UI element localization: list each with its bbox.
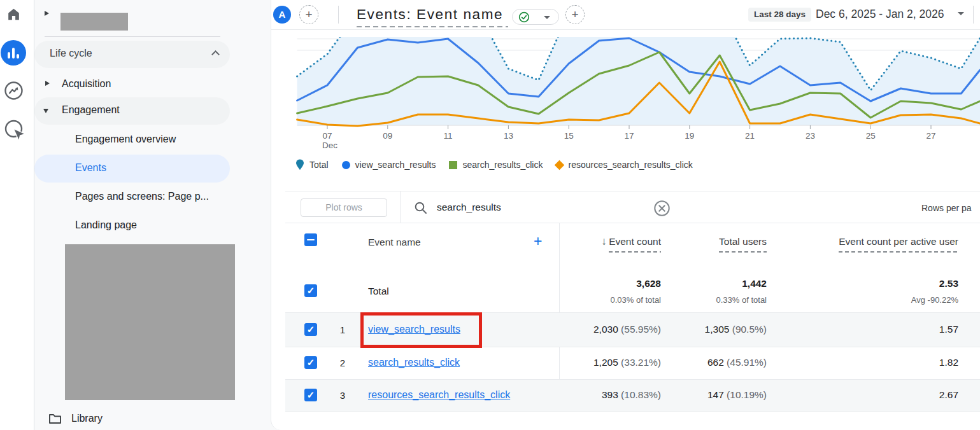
- row-border: [285, 412, 980, 412]
- select-all-checkbox[interactable]: [304, 233, 317, 246]
- row-total-users: 662 (45.91%): [665, 357, 767, 368]
- lifecycle-label: Life cycle: [50, 48, 92, 59]
- redacted-sidebar-block: [65, 244, 235, 400]
- check-circle-icon: [518, 11, 530, 23]
- indeterminate-mark: [307, 239, 315, 241]
- totals-per-user-sub: Avg -90.22%: [767, 295, 958, 305]
- row-total-users: 1,305 (90.5%): [665, 324, 767, 335]
- row-event-count: 2,030 (55.95%): [559, 324, 661, 335]
- sidebar-item-acquisition[interactable]: Acquisition: [34, 71, 230, 97]
- totals-users: 1,442: [665, 278, 767, 289]
- chart-legend: Total view_search_results search_results…: [295, 158, 693, 171]
- svg-text:17: 17: [624, 131, 634, 141]
- square-icon: [449, 161, 457, 169]
- sidebar-group-lifecycle[interactable]: Life cycle: [34, 41, 230, 68]
- search-icon: [414, 201, 428, 215]
- column-header-total-users[interactable]: Total users: [665, 236, 767, 247]
- row-checkbox[interactable]: ✓: [304, 389, 317, 401]
- row-checkbox[interactable]: ✓: [304, 323, 317, 336]
- topbar-border: [271, 29, 980, 30]
- chevron-down-icon: [544, 16, 550, 19]
- page-title: Events: Event name: [357, 6, 503, 23]
- totals-label: Total: [368, 286, 389, 297]
- legend-item-search-results-click: search_results_click: [449, 160, 543, 170]
- property-expander-icon[interactable]: [45, 11, 49, 16]
- row-border: [285, 379, 980, 380]
- ga4-events-report-page: Life cycle Acquisition Engagement Engage…: [0, 0, 980, 430]
- collapse-icon: [43, 109, 48, 113]
- clear-search-icon[interactable]: [653, 200, 671, 217]
- totals-event-count: 3,628: [559, 278, 661, 289]
- sidebar-item-events[interactable]: Events: [34, 155, 230, 183]
- explore-icon[interactable]: [4, 81, 24, 101]
- advertising-icon[interactable]: [4, 119, 27, 142]
- add-comparison-button[interactable]: +: [299, 5, 318, 24]
- column-header-event-count[interactable]: ↓ Event count: [559, 235, 661, 248]
- report-status-pill[interactable]: [512, 9, 559, 25]
- toolbar-bottom-border: [285, 223, 980, 223]
- date-range-caret-icon[interactable]: [958, 12, 964, 15]
- reports-icon[interactable]: [1, 40, 26, 66]
- totals-per-user: 2.53: [767, 278, 958, 289]
- events-trend-chart[interactable]: 07Dec09111315171921232527: [271, 37, 980, 153]
- date-range-value[interactable]: Dec 6, 2025 - Jan 2, 2026: [816, 8, 944, 21]
- add-report-button[interactable]: +: [565, 5, 585, 24]
- row-index: 2: [337, 357, 348, 368]
- svg-text:09: 09: [383, 131, 392, 141]
- svg-text:21: 21: [745, 131, 755, 141]
- avatar[interactable]: A: [273, 6, 291, 24]
- event-name-link[interactable]: resources_search_results_click: [368, 389, 510, 401]
- sidebar-item-pages-screens[interactable]: Pages and screens: Page p...: [34, 186, 230, 212]
- svg-text:25: 25: [866, 131, 876, 141]
- add-column-button[interactable]: +: [534, 233, 542, 250]
- row-total-users: 147 (10.19%): [665, 389, 767, 401]
- column-header-event-name[interactable]: Event name: [368, 237, 421, 248]
- svg-text:13: 13: [504, 131, 513, 141]
- svg-text:07: 07: [322, 131, 332, 141]
- expand-icon: [45, 81, 50, 86]
- row-per-user: 2.67: [767, 389, 958, 401]
- rows-per-page-label[interactable]: Rows per pa: [921, 203, 972, 213]
- circle-icon: [342, 161, 350, 169]
- topbar-right-divider: [973, 6, 974, 24]
- title-underline: [357, 26, 508, 27]
- svg-text:23: 23: [806, 131, 815, 141]
- plot-rows-button[interactable]: Plot rows: [301, 198, 387, 217]
- row-checkbox[interactable]: ✓: [304, 356, 317, 369]
- row-event-count: 393 (10.83%): [559, 389, 661, 401]
- nav-rail: [0, 0, 34, 430]
- report-sidebar: Life cycle Acquisition Engagement Engage…: [34, 0, 271, 430]
- svg-text:15: 15: [564, 131, 574, 141]
- search-input[interactable]: search_results: [437, 202, 501, 213]
- svg-text:Dec: Dec: [322, 141, 337, 150]
- sidebar-divider: [45, 36, 220, 37]
- toolbar-top-border: [285, 191, 980, 191]
- date-range-badge: Last 28 days: [748, 8, 811, 22]
- highlight-box: [360, 312, 482, 348]
- legend-item-total: Total: [295, 159, 329, 170]
- row-index: 1: [337, 324, 348, 335]
- row-per-user: 1.57: [767, 324, 958, 335]
- sort-desc-icon: ↓: [601, 235, 609, 247]
- topbar-divider: [338, 6, 339, 24]
- sidebar-item-library[interactable]: Library: [34, 408, 230, 430]
- column-header-event-count-per-user[interactable]: Event count per active user: [767, 236, 958, 247]
- toolbar-divider: [400, 191, 401, 223]
- diamond-icon: [555, 160, 565, 170]
- event-name-link[interactable]: search_results_click: [368, 357, 460, 368]
- legend-item-resources-search-results-click: resources_search_results_click: [556, 160, 692, 170]
- sidebar-item-engagement-overview[interactable]: Engagement overview: [34, 128, 230, 155]
- totals-users-sub: 0.33% of total: [665, 295, 767, 305]
- totals-row-checkbox[interactable]: ✓: [304, 284, 317, 297]
- pin-icon: [295, 159, 304, 170]
- folder-icon: [48, 413, 62, 424]
- svg-text:27: 27: [926, 131, 935, 141]
- sidebar-item-engagement[interactable]: Engagement: [34, 97, 230, 125]
- sidebar-item-landing-page[interactable]: Landing page: [34, 214, 230, 240]
- home-icon[interactable]: [6, 6, 22, 22]
- svg-text:19: 19: [685, 131, 694, 141]
- row-per-user: 1.82: [767, 357, 958, 368]
- totals-event-count-sub: 0.03% of total: [559, 295, 661, 305]
- row-event-count: 1,205 (33.21%): [559, 357, 661, 368]
- legend-item-view-search-results: view_search_results: [342, 160, 436, 170]
